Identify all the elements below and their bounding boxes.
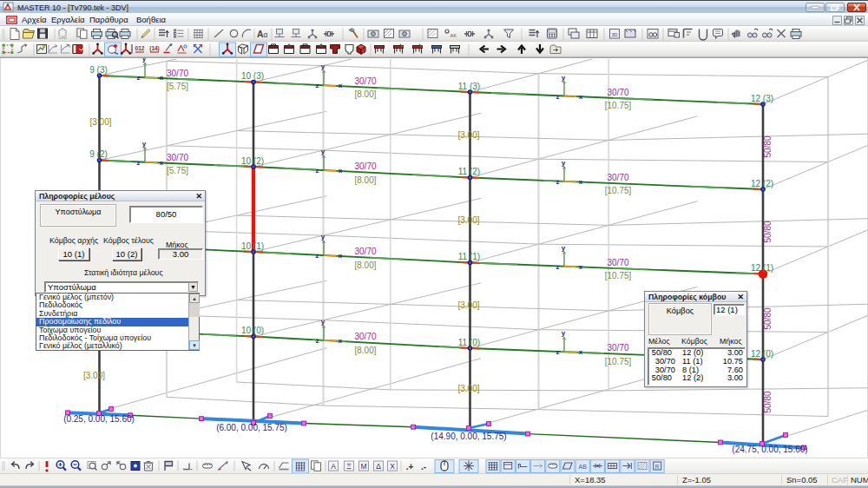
svg-text:x: x: [160, 159, 164, 167]
svg-text:y: y: [321, 318, 326, 326]
svg-text:R: R: [655, 464, 660, 470]
svg-text:x: x: [339, 167, 343, 175]
svg-text:y: y: [562, 159, 566, 167]
svg-text:[3.00]: [3.00]: [83, 371, 105, 380]
svg-text:30/70: 30/70: [607, 258, 628, 267]
svg-text:12 (3): 12 (3): [751, 94, 773, 103]
svg-text:[5.75]: [5.75]: [167, 166, 188, 175]
svg-text:10 (1): 10 (1): [241, 241, 264, 251]
svg-text:z: z: [556, 263, 560, 271]
svg-text:z: z: [556, 178, 560, 186]
svg-text:12 (0): 12 (0): [751, 349, 773, 359]
svg-text:x: x: [579, 263, 583, 271]
svg-text:z: z: [316, 167, 319, 175]
svg-text:12 (1): 12 (1): [751, 263, 773, 273]
svg-text:(24.75, 0.00, 15.60): (24.75, 0.00, 15.60): [732, 445, 807, 454]
svg-text:y: y: [142, 140, 147, 148]
svg-text:30/70: 30/70: [607, 343, 628, 353]
svg-text:[3.00]: [3.00]: [457, 300, 479, 310]
svg-text:x: x: [339, 252, 343, 260]
svg-text:[3.00]: [3.00]: [457, 215, 479, 225]
svg-text:[8.00]: [8.00]: [354, 89, 376, 99]
svg-text:11 (1): 11 (1): [458, 252, 480, 261]
svg-text:y: y: [562, 244, 566, 252]
svg-text:12 (2): 12 (2): [751, 179, 773, 188]
svg-text:30/70: 30/70: [167, 69, 188, 78]
svg-text:x: x: [339, 82, 343, 89]
svg-text:(14.90, 0.00, 15.75): (14.90, 0.00, 15.75): [431, 432, 506, 441]
svg-text:3D: 3D: [611, 32, 617, 37]
svg-text:z: z: [137, 74, 141, 82]
svg-text:30/70: 30/70: [167, 153, 188, 162]
svg-text:30/70: 30/70: [354, 162, 376, 171]
svg-text:y: y: [321, 63, 326, 70]
svg-text:y: y: [562, 74, 566, 82]
svg-text:012: 012: [135, 45, 145, 51]
svg-text:A: A: [331, 462, 336, 471]
svg-text:y: y: [142, 58, 147, 63]
svg-text:50/80: 50/80: [763, 391, 773, 412]
svg-text:z: z: [556, 93, 560, 101]
svg-text:z: z: [316, 82, 319, 89]
svg-text:z: z: [316, 252, 319, 260]
svg-text:z: z: [316, 337, 319, 345]
svg-text:Δ: Δ: [376, 462, 381, 471]
svg-text:α: α: [264, 30, 268, 39]
svg-text:11 (0): 11 (0): [458, 338, 480, 347]
svg-text:x: x: [339, 337, 343, 345]
svg-text:y: y: [562, 329, 566, 337]
svg-text:[8.00]: [8.00]: [354, 260, 376, 270]
svg-text:[3.00]: [3.00]: [89, 117, 111, 127]
svg-text:.+: .+: [406, 462, 414, 472]
svg-text:[10.75]: [10.75]: [605, 271, 632, 280]
svg-text:z: z: [137, 159, 141, 167]
svg-text:11 (3): 11 (3): [458, 82, 480, 91]
svg-text:x: x: [579, 93, 583, 101]
svg-text:50/80: 50/80: [763, 307, 773, 329]
svg-text:30/70: 30/70: [354, 247, 376, 256]
svg-text:[3.00]: [3.00]: [457, 130, 479, 140]
svg-text:(6.00, 0.00, 15.75): (6.00, 0.00, 15.75): [216, 423, 287, 432]
svg-text:10 (0): 10 (0): [241, 326, 264, 335]
svg-text:M: M: [360, 462, 366, 471]
svg-text:.-: .-: [421, 462, 426, 472]
svg-text:y: y: [321, 148, 326, 155]
svg-text:AK: AK: [450, 33, 457, 38]
svg-text:z: z: [556, 348, 560, 356]
svg-text:AB: AB: [579, 464, 588, 470]
svg-text:[8.00]: [8.00]: [354, 346, 376, 355]
svg-text:11 (2): 11 (2): [458, 167, 480, 176]
svg-text:50/80: 50/80: [763, 135, 773, 157]
svg-text:[10.75]: [10.75]: [605, 186, 632, 195]
svg-text:[5.75]: [5.75]: [167, 82, 188, 91]
svg-text:30/70: 30/70: [607, 173, 628, 182]
svg-text:30/70: 30/70: [607, 88, 628, 97]
svg-text:[10.75]: [10.75]: [605, 101, 632, 110]
svg-text:y: y: [321, 233, 326, 241]
svg-text:30/70: 30/70: [354, 76, 376, 86]
svg-text:x: x: [579, 348, 583, 356]
svg-text:[8.00]: [8.00]: [354, 175, 376, 185]
svg-text:(0.25, 0.00, 15.60): (0.25, 0.00, 15.60): [63, 414, 135, 424]
svg-text:30/70: 30/70: [354, 332, 376, 341]
svg-text:x: x: [160, 74, 164, 82]
svg-text:X: X: [390, 462, 395, 471]
svg-text:10 (2): 10 (2): [241, 156, 264, 166]
svg-text:[10.75]: [10.75]: [605, 357, 632, 366]
svg-text:CAD: CAD: [58, 36, 67, 40]
svg-text:10 (3): 10 (3): [241, 71, 264, 81]
svg-text:x: x: [579, 178, 583, 186]
svg-text:[3.00]: [3.00]: [457, 384, 479, 393]
svg-text:9 (2): 9 (2): [89, 149, 108, 159]
svg-text:9 (3): 9 (3): [89, 65, 108, 75]
svg-text:Ξ: Ξ: [346, 462, 352, 471]
svg-text:50/80: 50/80: [763, 221, 773, 242]
svg-text:(14): (14): [149, 45, 160, 52]
